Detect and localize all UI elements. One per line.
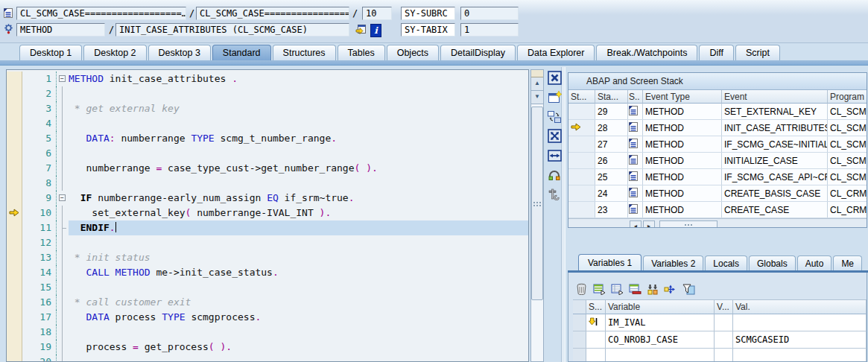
sy-subrc-field[interactable]: SY-SUBRC — [401, 7, 455, 20]
tab-desktop-1[interactable]: Desktop 1 — [19, 45, 82, 60]
fold-collapse-icon[interactable]: − — [59, 194, 66, 201]
insert-columns-icon[interactable] — [646, 283, 659, 295]
breakpoint-margin-cell[interactable] — [7, 325, 22, 340]
breakpoint-margin-cell[interactable] — [7, 295, 22, 310]
scrollbar-thumb[interactable] — [531, 107, 543, 300]
code-line-7[interactable]: 7 numberrange = case_type_cust->get_numb… — [7, 161, 528, 176]
tab-objects[interactable]: Objects — [387, 45, 439, 60]
code-line-20[interactable]: 20 — [7, 355, 528, 362]
main-program-field[interactable]: CL_SCMG_CASE==================… — [16, 7, 186, 20]
sy-tabix-field[interactable]: SY-TABIX — [401, 23, 455, 36]
code-text[interactable] — [69, 325, 528, 340]
line-number-field[interactable]: 10 — [362, 7, 392, 20]
fold-margin-cell[interactable]: − — [57, 72, 69, 86]
event-field[interactable]: INIT_CASE_ATTRIBUTES (CL_SCMG_CASE) — [115, 23, 349, 36]
close-icon[interactable] — [547, 71, 562, 85]
breakpoint-margin-cell[interactable] — [7, 355, 22, 362]
fold-margin-cell[interactable] — [57, 310, 69, 325]
stack-row[interactable]: 25METHODIF_SCMG_CASE_API~CR…CL_SCMG — [568, 169, 867, 185]
tab-tables[interactable]: Tables — [338, 45, 385, 60]
fold-margin-cell[interactable] — [57, 116, 69, 131]
breakpoint-margin-cell[interactable] — [7, 72, 22, 86]
vars-row[interactable] — [573, 349, 867, 362]
fold-margin-cell[interactable] — [57, 86, 69, 101]
code-text[interactable] — [69, 176, 528, 191]
tab-detaildisplay[interactable]: DetailDisplay — [440, 45, 516, 60]
fold-margin-cell[interactable] — [57, 235, 69, 250]
tab-script[interactable]: Script — [735, 45, 780, 60]
breakpoint-margin-cell[interactable] — [7, 191, 22, 206]
breakpoint-margin-cell[interactable] — [7, 220, 22, 235]
info-icon[interactable]: i — [370, 24, 381, 37]
breakpoint-margin-cell[interactable] — [7, 116, 22, 131]
code-line-4[interactable]: 4 — [7, 116, 528, 131]
code-line-16[interactable]: 16 * call customer exit — [7, 295, 528, 310]
cell-variable[interactable]: IM_IVAL — [606, 314, 715, 331]
distribute-icon[interactable] — [664, 283, 677, 295]
code-text[interactable]: DATA process TYPE scmgprocess. — [69, 310, 528, 325]
scroll-left-icon[interactable]: ◄ — [630, 220, 642, 229]
code-text[interactable]: numberrange = case_type_cust->get_number… — [69, 161, 528, 176]
fold-margin-cell[interactable] — [57, 101, 69, 116]
vars-tab-globals[interactable]: Globals — [749, 255, 796, 271]
fold-margin-cell[interactable] — [57, 131, 69, 146]
code-line-5[interactable]: 5 DATA: numberrange TYPE scmg_t_number_r… — [7, 131, 528, 146]
code-line-9[interactable]: 9− IF numberrange-early_num_assign EQ if… — [7, 191, 528, 206]
filter-icon[interactable] — [682, 283, 695, 295]
code-text[interactable]: * get external key — [69, 101, 528, 116]
code-text[interactable]: IF numberrange-early_num_assign EQ if_sr… — [69, 191, 528, 206]
breakpoint-margin-cell[interactable] — [7, 86, 22, 101]
code-text[interactable] — [69, 86, 528, 101]
code-text[interactable] — [69, 146, 528, 161]
breakpoint-margin-cell[interactable] — [7, 235, 22, 250]
code-line-10[interactable]: 10 set_external_key( numberrange-IVAL_IN… — [7, 206, 528, 220]
code-text[interactable]: ENDIF. — [69, 220, 528, 235]
vars-row[interactable]: CO_NROBJ_CASESCMGCASEID — [573, 331, 867, 349]
fold-margin-cell[interactable] — [57, 355, 69, 362]
scrollbar-splitter-handle[interactable] — [531, 70, 543, 77]
audio-breakpoint-icon[interactable] — [547, 168, 562, 182]
code-text[interactable]: * call customer exit — [69, 295, 528, 310]
stack-row[interactable]: 26METHODINITIALIZE_CASECL_SCMG — [568, 153, 867, 169]
code-text[interactable] — [69, 235, 528, 250]
row-selector[interactable] — [573, 349, 586, 362]
tab-standard[interactable]: Standard — [212, 45, 271, 60]
table-copy-icon[interactable] — [610, 283, 624, 295]
fold-margin-cell[interactable] — [57, 325, 69, 340]
code-line-11[interactable]: 11 ENDIF. — [7, 220, 528, 235]
code-text[interactable]: METHOD init_case_attributes . — [69, 72, 528, 86]
editor-scrollbar[interactable]: ▲ ▼ — [530, 69, 544, 362]
breakpoint-margin-cell[interactable] — [7, 101, 22, 116]
code-line-17[interactable]: 17 DATA process TYPE scmgprocess. — [7, 310, 528, 325]
code-text[interactable] — [69, 116, 528, 131]
stack-horizontal-scrollbar[interactable]: ◄ ► — [568, 218, 867, 228]
tools-icon[interactable] — [547, 187, 562, 201]
fold-margin-cell[interactable] — [57, 146, 69, 161]
code-line-3[interactable]: 3 * get external key — [7, 101, 528, 116]
fold-margin-cell[interactable] — [57, 161, 69, 176]
vars-tab-me[interactable]: Me — [833, 255, 862, 271]
maximize-icon[interactable] — [547, 129, 562, 143]
fold-margin-cell[interactable] — [57, 295, 69, 310]
tab-desktop-2[interactable]: Desktop 2 — [83, 45, 146, 60]
fold-margin-cell[interactable] — [57, 176, 69, 191]
fold-margin-cell[interactable] — [57, 206, 69, 220]
stack-row[interactable]: 28METHODINIT_CASE_ATTRIBUTESCL_SCMG — [568, 120, 867, 136]
tab-structures[interactable]: Structures — [273, 45, 336, 60]
fold-margin-cell[interactable] — [57, 265, 69, 280]
breakpoint-margin-cell[interactable] — [7, 250, 22, 265]
fold-margin-cell[interactable]: − — [57, 191, 69, 206]
vars-tab-variables-2[interactable]: Variables 2 — [643, 255, 703, 271]
stack-row[interactable]: 29METHODSET_EXTERNAL_KEYCL_SCMG — [568, 104, 867, 120]
scroll-up-icon[interactable]: ▲ — [531, 77, 543, 91]
code-line-18[interactable]: 18 — [7, 325, 528, 340]
cell-variable[interactable]: CO_NROBJ_CASE — [606, 331, 715, 348]
scroll-down-icon[interactable]: ▼ — [531, 91, 543, 104]
new-window-icon[interactable] — [547, 90, 562, 104]
stack-row[interactable]: 27METHODIF_SCMG_CASE~INITIAL…CL_SCMG — [568, 136, 867, 153]
tab-break-watchpoints[interactable]: Break./Watchpoints — [596, 45, 697, 60]
code-line-1[interactable]: 1−METHOD init_case_attributes . — [7, 72, 528, 86]
row-selector[interactable] — [573, 314, 586, 331]
code-text[interactable]: process = get_process( ). — [69, 340, 528, 355]
stack-row[interactable]: 24METHODCREATE_BASIS_CASECL_CRM_ — [568, 185, 867, 202]
